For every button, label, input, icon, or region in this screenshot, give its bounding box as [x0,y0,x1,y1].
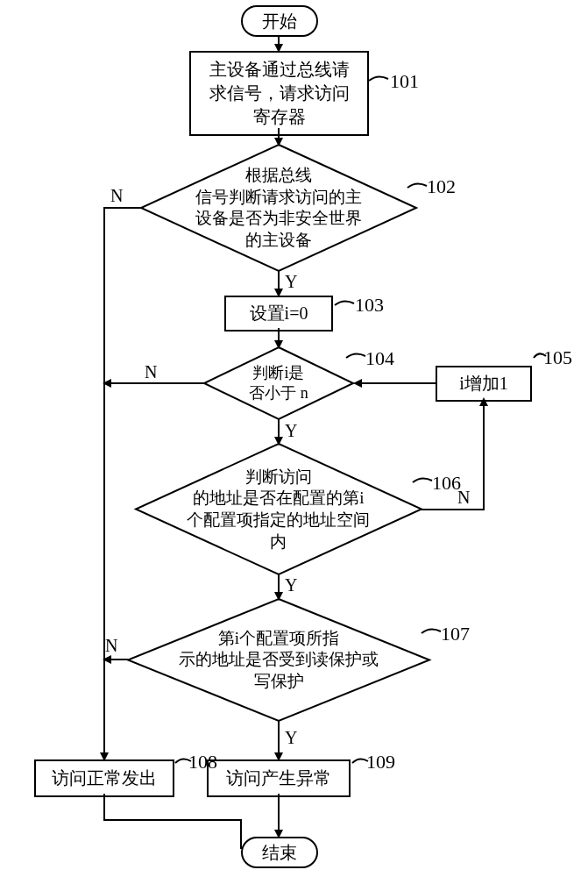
label-107: 107 [441,623,470,645]
decision-107-text: 第i个配置项所指 示的地址是否受到读保护或 写保护 [141,627,417,692]
decision-104: 判断i是 否小于 n [202,345,356,422]
process-105: i增加1 [436,366,532,402]
label-103: 103 [355,294,384,317]
decision-106-text: 判断访问 的地址是否在配置的第i 个配置项指定的地址空间 内 [148,466,410,553]
decision-106: 判断访问 的地址是否在配置的第i 个配置项指定的地址空间 内 [133,441,424,577]
process-103-text: 设置i=0 [250,303,308,323]
decision-107: 第i个配置项所指 示的地址是否受到读保护或 写保护 [125,596,432,724]
flowchart-canvas: 开始 结束 主设备通过总线请 求信号，请求访问 寄存器 根据总线 信号判断请求访… [0,0,588,877]
branch-label-107-n: N [105,636,117,656]
branch-label-104-y: Y [285,421,297,441]
terminator-start: 开始 [241,5,318,37]
process-105-text: i增加1 [459,374,508,393]
process-101: 主设备通过总线请 求信号，请求访问 寄存器 [189,51,369,136]
process-109: 访问产生异常 [207,759,351,797]
branch-label-106-n: N [457,488,470,508]
branch-label-102-y: Y [285,272,297,292]
label-101: 101 [390,70,419,93]
process-101-text: 主设备通过总线请 求信号，请求访问 寄存器 [209,60,350,126]
label-109: 109 [366,751,395,774]
label-104: 104 [365,347,394,370]
branch-label-102-n: N [110,186,123,206]
decision-102: 根据总线 信号判断请求访问的主 设备是否为非安全世界 的主设备 [138,142,419,274]
decision-102-text: 根据总线 信号判断请求访问的主 设备是否为非安全世界 的主设备 [152,165,405,252]
terminator-end-text: 结束 [262,843,297,862]
label-105: 105 [543,346,572,369]
branch-label-106-y: Y [285,575,297,595]
terminator-end: 结束 [241,837,318,868]
process-108: 访问正常发出 [34,759,174,797]
terminator-start-text: 开始 [262,11,297,31]
process-108-text: 访问正常发出 [52,768,157,788]
label-108: 108 [188,751,217,774]
decision-104-text: 判断i是 否小于 n [209,363,348,404]
label-102: 102 [427,175,456,198]
process-109-text: 访问产生异常 [226,768,331,788]
branch-label-104-n: N [145,362,157,382]
process-103: 设置i=0 [224,296,333,332]
branch-label-107-y: Y [285,728,297,748]
